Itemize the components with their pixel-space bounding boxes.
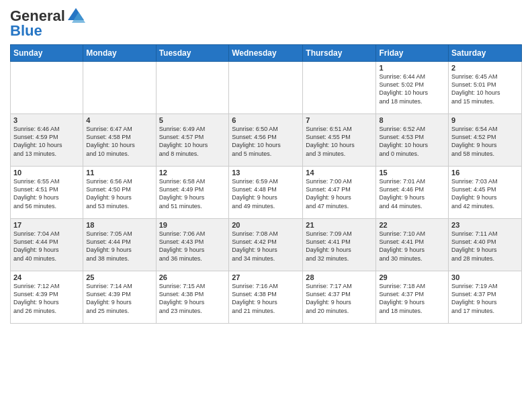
day-info: Sunrise: 7:05 AM Sunset: 4:44 PM Dayligh… [86,230,152,263]
calendar-cell [303,62,376,114]
calendar-cell: 13Sunrise: 6:59 AM Sunset: 4:48 PM Dayli… [229,167,303,219]
day-number: 14 [306,169,373,177]
day-number: 12 [159,169,226,177]
day-number: 7 [306,116,373,124]
calendar-week-row: 10Sunrise: 6:55 AM Sunset: 4:51 PM Dayli… [11,167,522,219]
day-info: Sunrise: 7:18 AM Sunset: 4:37 PM Dayligh… [379,282,445,315]
day-number: 13 [232,169,300,177]
calendar-cell: 7Sunrise: 6:51 AM Sunset: 4:55 PM Daylig… [303,114,376,167]
calendar-day-header: Tuesday [156,45,229,62]
day-info: Sunrise: 7:17 AM Sunset: 4:37 PM Dayligh… [306,282,373,315]
calendar-cell: 12Sunrise: 6:58 AM Sunset: 4:49 PM Dayli… [156,167,229,219]
day-number: 19 [159,221,226,229]
day-number: 17 [13,221,80,229]
calendar-cell: 23Sunrise: 7:11 AM Sunset: 4:40 PM Dayli… [449,219,522,271]
calendar-cell: 11Sunrise: 6:56 AM Sunset: 4:50 PM Dayli… [83,167,156,219]
day-info: Sunrise: 6:59 AM Sunset: 4:48 PM Dayligh… [232,177,300,210]
calendar-cell: 16Sunrise: 7:03 AM Sunset: 4:45 PM Dayli… [449,167,522,219]
day-number: 16 [451,169,519,177]
day-info: Sunrise: 7:12 AM Sunset: 4:39 PM Dayligh… [13,282,80,315]
logo: General Blue [10,7,85,39]
day-info: Sunrise: 7:16 AM Sunset: 4:38 PM Dayligh… [232,282,300,315]
day-info: Sunrise: 6:44 AM Sunset: 5:02 PM Dayligh… [379,73,445,105]
calendar-cell: 19Sunrise: 7:06 AM Sunset: 4:43 PM Dayli… [156,219,229,271]
day-number: 4 [86,116,152,124]
day-number: 28 [306,273,373,281]
calendar-cell: 4Sunrise: 6:47 AM Sunset: 4:58 PM Daylig… [83,114,156,167]
calendar-day-header: Saturday [449,45,522,62]
day-number: 30 [451,273,519,281]
day-number: 22 [379,221,445,229]
day-number: 26 [159,273,226,281]
day-info: Sunrise: 7:09 AM Sunset: 4:41 PM Dayligh… [306,230,373,263]
calendar-cell: 9Sunrise: 6:54 AM Sunset: 4:52 PM Daylig… [449,114,522,167]
calendar-cell [156,62,229,114]
calendar-cell [229,62,303,114]
calendar-cell: 26Sunrise: 7:15 AM Sunset: 4:38 PM Dayli… [156,271,229,324]
page-header: General Blue [10,7,522,39]
day-info: Sunrise: 7:04 AM Sunset: 4:44 PM Dayligh… [13,230,80,263]
day-info: Sunrise: 6:46 AM Sunset: 4:59 PM Dayligh… [13,125,80,158]
day-info: Sunrise: 7:03 AM Sunset: 4:45 PM Dayligh… [451,177,519,210]
calendar-day-header: Thursday [303,45,376,62]
calendar-day-header: Friday [376,45,449,62]
day-number: 2 [451,64,519,72]
calendar-cell: 29Sunrise: 7:18 AM Sunset: 4:37 PM Dayli… [376,271,449,324]
calendar-cell: 20Sunrise: 7:08 AM Sunset: 4:42 PM Dayli… [229,219,303,271]
calendar-cell: 27Sunrise: 7:16 AM Sunset: 4:38 PM Dayli… [229,271,303,324]
calendar-cell: 22Sunrise: 7:10 AM Sunset: 4:41 PM Dayli… [376,219,449,271]
day-number: 8 [379,116,445,124]
calendar-cell: 5Sunrise: 6:49 AM Sunset: 4:57 PM Daylig… [156,114,229,167]
day-info: Sunrise: 7:01 AM Sunset: 4:46 PM Dayligh… [379,177,445,210]
day-number: 5 [159,116,226,124]
calendar-day-header: Monday [83,45,156,62]
day-number: 21 [306,221,373,229]
calendar-cell: 2Sunrise: 6:45 AM Sunset: 5:01 PM Daylig… [449,62,522,114]
day-info: Sunrise: 7:00 AM Sunset: 4:47 PM Dayligh… [306,177,373,210]
day-number: 1 [379,64,445,72]
day-info: Sunrise: 7:14 AM Sunset: 4:39 PM Dayligh… [86,282,152,315]
day-info: Sunrise: 6:54 AM Sunset: 4:52 PM Dayligh… [451,125,519,158]
day-number: 9 [451,116,519,124]
day-info: Sunrise: 6:58 AM Sunset: 4:49 PM Dayligh… [159,177,226,210]
calendar-week-row: 3Sunrise: 6:46 AM Sunset: 4:59 PM Daylig… [11,114,522,167]
calendar-cell: 30Sunrise: 7:19 AM Sunset: 4:37 PM Dayli… [449,271,522,324]
calendar-cell: 15Sunrise: 7:01 AM Sunset: 4:46 PM Dayli… [376,167,449,219]
calendar-cell: 8Sunrise: 6:52 AM Sunset: 4:53 PM Daylig… [376,114,449,167]
day-info: Sunrise: 6:49 AM Sunset: 4:57 PM Dayligh… [159,125,226,158]
day-info: Sunrise: 6:51 AM Sunset: 4:55 PM Dayligh… [306,125,373,158]
logo-blue: Blue [10,23,42,39]
day-number: 15 [379,169,445,177]
calendar-cell: 14Sunrise: 7:00 AM Sunset: 4:47 PM Dayli… [303,167,376,219]
day-info: Sunrise: 6:50 AM Sunset: 4:56 PM Dayligh… [232,125,300,158]
day-info: Sunrise: 7:19 AM Sunset: 4:37 PM Dayligh… [451,282,519,315]
calendar-cell: 1Sunrise: 6:44 AM Sunset: 5:02 PM Daylig… [376,62,449,114]
page-container: General Blue SundayMondayTuesdayWednesda… [0,0,532,330]
day-info: Sunrise: 6:56 AM Sunset: 4:50 PM Dayligh… [86,177,152,210]
calendar-cell: 21Sunrise: 7:09 AM Sunset: 4:41 PM Dayli… [303,219,376,271]
calendar-cell: 28Sunrise: 7:17 AM Sunset: 4:37 PM Dayli… [303,271,376,324]
calendar-cell: 10Sunrise: 6:55 AM Sunset: 4:51 PM Dayli… [11,167,83,219]
calendar-cell [83,62,156,114]
calendar-cell [11,62,83,114]
calendar-cell: 3Sunrise: 6:46 AM Sunset: 4:59 PM Daylig… [11,114,83,167]
calendar-day-header: Wednesday [229,45,303,62]
day-info: Sunrise: 6:52 AM Sunset: 4:53 PM Dayligh… [379,125,445,158]
day-info: Sunrise: 7:06 AM Sunset: 4:43 PM Dayligh… [159,230,226,263]
calendar-cell: 17Sunrise: 7:04 AM Sunset: 4:44 PM Dayli… [11,219,83,271]
day-info: Sunrise: 7:10 AM Sunset: 4:41 PM Dayligh… [379,230,445,263]
day-info: Sunrise: 6:47 AM Sunset: 4:58 PM Dayligh… [86,125,152,158]
day-number: 6 [232,116,300,124]
day-number: 11 [86,169,152,177]
calendar-week-row: 1Sunrise: 6:44 AM Sunset: 5:02 PM Daylig… [11,62,522,114]
day-info: Sunrise: 6:55 AM Sunset: 4:51 PM Dayligh… [13,177,80,210]
day-number: 25 [86,273,152,281]
day-number: 24 [13,273,80,281]
day-number: 20 [232,221,300,229]
calendar-cell: 18Sunrise: 7:05 AM Sunset: 4:44 PM Dayli… [83,219,156,271]
day-info: Sunrise: 6:45 AM Sunset: 5:01 PM Dayligh… [451,73,519,105]
day-number: 18 [86,221,152,229]
day-number: 29 [379,273,445,281]
day-info: Sunrise: 7:08 AM Sunset: 4:42 PM Dayligh… [232,230,300,263]
calendar-day-header: Sunday [11,45,83,62]
